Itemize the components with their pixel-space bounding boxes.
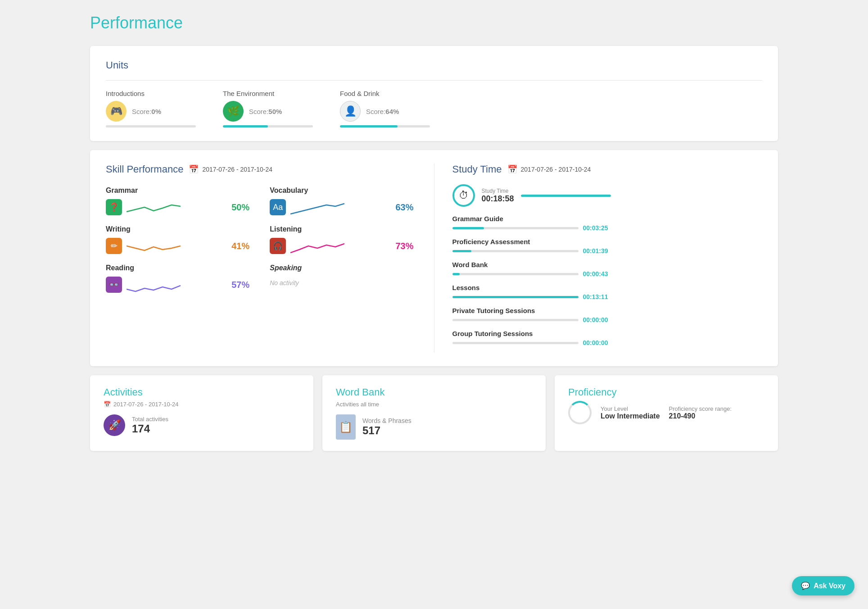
ask-voxy-button[interactable]: 💬 Ask Voxy (792, 576, 854, 595)
unit-icon: 🎮 (106, 101, 127, 122)
skill-chart-svg (290, 237, 344, 255)
study-item-bar-row: 00:00:00 (452, 339, 763, 346)
activities-date: 📅 2017-07-26 - 2017-10-24 (104, 401, 300, 408)
study-item-bar-row: 00:01:39 (452, 247, 763, 255)
study-item-time: 00:00:00 (583, 316, 608, 323)
skill-pct: 63% (396, 202, 416, 213)
study-time-total-label: Study Time (482, 188, 514, 194)
study-item-label: Group Tutoring Sessions (452, 330, 763, 337)
skill-title: Skill Performance (106, 164, 183, 175)
unit-name: The Environment (223, 90, 313, 97)
skill-item: Vocabulary Aa 63% (270, 186, 416, 216)
skill-chart (127, 198, 227, 216)
skill-pct: 57% (231, 280, 252, 290)
calendar-icon-activities: 📅 (104, 401, 111, 408)
skill-name: Vocabulary (270, 186, 416, 195)
bottom-row: Activities 📅 2017-07-26 - 2017-10-24 🚀 T… (90, 375, 778, 451)
study-item-bar (452, 250, 579, 252)
unit-progress-bar (340, 125, 430, 127)
study-date-text: 2017-07-26 - 2017-10-24 (521, 166, 591, 173)
skill-icon: 🎧 (270, 238, 286, 254)
skill-name: Speaking (270, 264, 416, 272)
unit-score: Score:0% (132, 108, 161, 115)
study-item-bar-row: 00:13:11 (452, 293, 763, 300)
study-item-time: 00:03:25 (583, 224, 608, 232)
study-item-bar (452, 296, 579, 298)
skill-pct: 73% (396, 241, 416, 251)
study-time-title: Study Time (452, 164, 502, 175)
skill-name: Listening (270, 225, 416, 233)
skill-performance-col: Skill Performance 📅 2017-07-26 - 2017-10… (106, 164, 434, 353)
study-item-bar-row: 00:00:00 (452, 316, 763, 323)
skill-item: Reading 👓 57% (106, 264, 252, 294)
ask-voxy-bubble-icon: 💬 (801, 582, 810, 590)
skill-chart-svg (290, 198, 344, 216)
wordbank-row: 📋 Words & Phrases 517 (336, 414, 532, 440)
skill-pct: 41% (231, 241, 252, 251)
skill-item: Writing ✏ 41% (106, 225, 252, 255)
study-item-bar (452, 342, 579, 344)
skill-chart (290, 237, 391, 255)
wordbank-items-group: Words & Phrases 517 (362, 417, 411, 437)
skill-item: SpeakingNo activity (270, 264, 416, 294)
skill-pct: 50% (231, 202, 252, 213)
study-time-total-group: Study Time 00:18:58 (482, 188, 514, 204)
unit-icon: 👤 (340, 101, 361, 122)
page-container: Performance Units Introductions 🎮 Score:… (0, 0, 868, 473)
skills-grid: Grammar ❓ 50% Vocabulary Aa 63% Writing … (106, 186, 416, 294)
proficiency-card: Proficiency Your Level Low Intermediate … (555, 375, 778, 451)
activities-total-label: Total activities (132, 416, 168, 423)
skill-row: ❓ 50% (106, 198, 252, 216)
skill-row: ✏ 41% (106, 237, 252, 255)
study-time-item: Proficiency Assessment 00:01:39 (452, 238, 763, 255)
unit-item: Introductions 🎮 Score:0% (106, 90, 196, 127)
skill-date-text: 2017-07-26 - 2017-10-24 (202, 166, 272, 173)
page-title: Performance (90, 14, 778, 32)
ask-voxy-label: Ask Voxy (814, 582, 845, 590)
calendar-icon-study: 📅 (507, 164, 517, 174)
study-item-bar (452, 319, 579, 321)
study-time-item: Group Tutoring Sessions 00:00:00 (452, 330, 763, 346)
skill-chart-svg (127, 198, 181, 216)
unit-icon: 🌿 (223, 101, 244, 122)
study-item-time: 00:13:11 (583, 293, 608, 300)
study-time-total-bar (521, 195, 611, 197)
wordbank-items-label: Words & Phrases (362, 417, 411, 424)
study-time-col: Study Time 📅 2017-07-26 - 2017-10-24 ⏱ S… (434, 164, 763, 353)
wordbank-card: Word Bank Activities all time 📋 Words & … (322, 375, 546, 451)
study-time-header: Study Time 📅 2017-07-26 - 2017-10-24 (452, 164, 763, 175)
skill-chart-svg (127, 276, 181, 294)
skill-icon: ✏ (106, 238, 122, 254)
proficiency-range-value: 210-490 (669, 412, 732, 420)
study-item-bar-row: 00:00:43 (452, 270, 763, 277)
activities-main: 🚀 Total activities 174 (104, 414, 300, 436)
study-item-label: Lessons (452, 284, 763, 291)
unit-progress-fill (340, 125, 398, 127)
skill-icon: 👓 (106, 277, 122, 293)
study-time-main: ⏱ Study Time 00:18:58 (452, 184, 763, 207)
study-item-label: Proficiency Assessment (452, 238, 763, 245)
proficiency-level-label: Your Level (601, 405, 660, 412)
unit-score: Score:64% (366, 108, 399, 115)
skill-chart (127, 237, 227, 255)
study-items-list: Grammar Guide 00:03:25 Proficiency Asses… (452, 215, 763, 346)
activities-total-value: 174 (132, 423, 168, 435)
skill-item: Listening 🎧 73% (270, 225, 416, 255)
unit-score: Score:50% (249, 108, 282, 115)
study-time-item: Word Bank 00:00:43 (452, 261, 763, 277)
study-item-bar (452, 273, 579, 275)
study-item-bar-fill (452, 250, 471, 252)
wordbank-items-count: 517 (362, 424, 411, 437)
skill-date-range: 📅 2017-07-26 - 2017-10-24 (189, 164, 272, 174)
calendar-icon-skill: 📅 (189, 164, 199, 174)
wordbank-icon: 📋 (336, 414, 356, 440)
skill-row: 🎧 73% (270, 237, 416, 255)
unit-progress-fill (223, 125, 268, 127)
activities-icon: 🚀 (104, 414, 125, 436)
proficiency-title: Proficiency (568, 386, 764, 398)
unit-progress-bar (223, 125, 313, 127)
skill-chart (127, 276, 227, 294)
skill-icon: ❓ (106, 199, 122, 215)
proficiency-level-group: Your Level Low Intermediate (601, 405, 660, 420)
unit-icon-score: 🌿 Score:50% (223, 101, 313, 122)
